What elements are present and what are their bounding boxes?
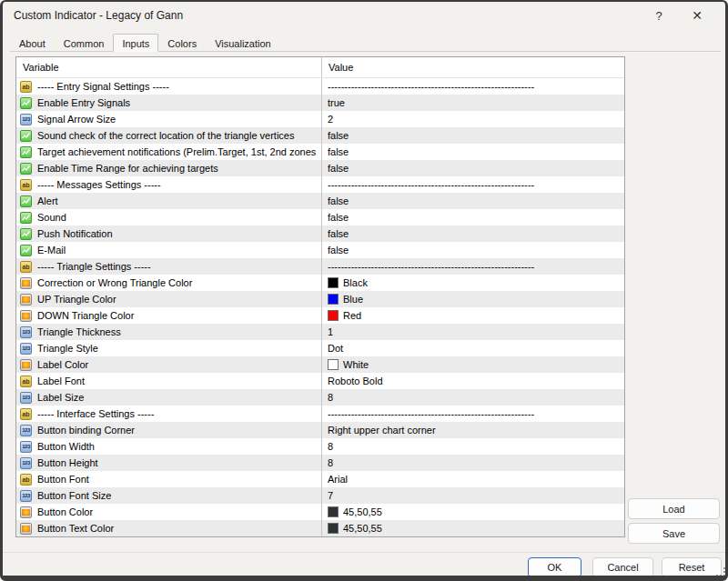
variable-label: Enable Entry Signals <box>37 97 130 108</box>
value-cell[interactable]: 8 <box>322 389 624 406</box>
variable-cell: Push Notification <box>16 225 322 242</box>
value-cell[interactable]: false <box>322 225 624 242</box>
bool-icon <box>20 97 32 109</box>
value-cell[interactable]: 7 <box>322 487 624 504</box>
value-cell[interactable]: 8 <box>322 455 624 471</box>
value-cell[interactable]: false <box>322 209 624 225</box>
variable-cell: Label Color <box>16 356 322 373</box>
value-cell[interactable]: false <box>322 242 624 258</box>
table-row[interactable]: Button Text Color45,50,55 <box>16 520 624 536</box>
variable-label: UP Triangle Color <box>37 294 116 305</box>
value-cell[interactable]: 1 <box>322 324 624 340</box>
tab-inputs[interactable]: Inputs <box>113 34 158 52</box>
table-row[interactable]: 123Triangle Thickness1 <box>16 324 624 340</box>
value-cell[interactable]: 2 <box>322 111 624 127</box>
table-row[interactable]: 123Label Size8 <box>16 389 624 406</box>
value-cell[interactable]: Arial <box>322 471 624 487</box>
table-row[interactable]: abLabel FontRoboto Bold <box>16 373 624 389</box>
variable-cell: E-Mail <box>16 242 322 258</box>
table-row[interactable]: Sound check of the correct location of t… <box>16 127 624 144</box>
value-cell[interactable]: ----------------------------------------… <box>322 78 624 95</box>
variable-label: Button Height <box>37 457 98 468</box>
ok-button[interactable]: OK <box>528 557 581 577</box>
value-cell[interactable]: false <box>322 127 624 144</box>
load-button[interactable]: Load <box>628 498 720 519</box>
ab-icon: ab <box>20 179 32 191</box>
table-row[interactable]: 123Button Font Size7 <box>16 487 624 504</box>
table-row[interactable]: Correction or Wrong Triangle ColorBlack <box>16 275 624 291</box>
value-cell[interactable]: ----------------------------------------… <box>322 176 624 193</box>
value-cell[interactable]: Black <box>322 275 624 291</box>
table-row[interactable]: E-Mailfalse <box>16 242 624 258</box>
value-cell[interactable]: 8 <box>322 438 624 455</box>
close-button[interactable]: ✕ <box>680 4 714 27</box>
table-row[interactable]: Target achievement notifications (Prelim… <box>16 144 624 160</box>
table-row[interactable]: ab----- Messages Settings --------------… <box>16 176 624 193</box>
table-row[interactable]: 123Triangle StyleDot <box>16 340 624 356</box>
tab-about[interactable]: About <box>10 35 55 51</box>
table-row[interactable]: ab----- Interface Settings -------------… <box>16 406 624 422</box>
variable-cell: Enable Time Range for achieving targets <box>16 160 322 176</box>
value-cell[interactable]: true <box>322 95 624 111</box>
value-cell[interactable]: Roboto Bold <box>322 373 624 389</box>
variable-label: Button Width <box>37 441 95 452</box>
value-cell[interactable]: Right upper chart corner <box>322 422 624 438</box>
table-row[interactable]: 123Button Height8 <box>16 455 624 471</box>
bool-icon <box>20 146 32 158</box>
ab-icon: ab <box>20 81 32 93</box>
tab-colors[interactable]: Colors <box>158 35 206 51</box>
table-row[interactable]: ab----- Triangle Settings --------------… <box>16 258 624 275</box>
table-row[interactable]: 123Signal Arrow Size2 <box>16 111 624 127</box>
variable-cell: abLabel Font <box>16 373 322 389</box>
variable-label: ----- Messages Settings ----- <box>37 179 161 190</box>
tab-visualization[interactable]: Visualization <box>206 35 280 51</box>
value-cell[interactable]: Blue <box>322 291 624 307</box>
table-row[interactable]: Push Notificationfalse <box>16 225 624 242</box>
table-row[interactable]: 123Button binding CornerRight upper char… <box>16 422 624 438</box>
color-icon <box>20 310 32 322</box>
color-swatch <box>328 523 339 534</box>
value-cell[interactable]: ----------------------------------------… <box>322 406 624 422</box>
value-text: Arial <box>328 474 348 485</box>
tab-common[interactable]: Common <box>55 35 114 51</box>
value-cell[interactable]: false <box>322 193 624 209</box>
footer-divider <box>3 552 725 553</box>
bool-icon <box>20 195 32 207</box>
value-cell[interactable]: White <box>322 356 624 373</box>
cancel-button[interactable]: Cancel <box>592 557 653 577</box>
value-text: false <box>328 212 349 223</box>
value-cell[interactable]: 45,50,55 <box>322 520 624 536</box>
table-row[interactable]: Button Color45,50,55 <box>16 504 624 520</box>
table-row[interactable]: Label ColorWhite <box>16 356 624 373</box>
reset-button[interactable]: Reset <box>662 557 722 577</box>
variable-label: Signal Arrow Size <box>37 114 116 125</box>
value-cell[interactable]: Dot <box>322 340 624 356</box>
table-row[interactable]: Enable Time Range for achieving targetsf… <box>16 160 624 176</box>
table-row[interactable]: UP Triangle ColorBlue <box>16 291 624 307</box>
variable-cell: UP Triangle Color <box>16 291 322 307</box>
value-cell[interactable]: ----------------------------------------… <box>322 258 624 275</box>
table-row[interactable]: ab----- Entry Signal Settings ----------… <box>16 78 624 95</box>
value-cell[interactable]: 45,50,55 <box>322 504 624 520</box>
value-text: 7 <box>328 490 333 501</box>
variable-cell: Sound <box>16 209 322 225</box>
value-text: ----------------------------------------… <box>328 81 534 92</box>
table-row[interactable]: 123Button Width8 <box>16 438 624 455</box>
table-row[interactable]: DOWN Triangle ColorRed <box>16 307 624 324</box>
table-row[interactable]: abButton FontArial <box>16 471 624 487</box>
color-swatch <box>328 294 339 305</box>
save-button[interactable]: Save <box>628 523 720 544</box>
resize-grip[interactable] <box>716 567 725 576</box>
value-cell[interactable]: false <box>322 144 624 160</box>
help-button[interactable]: ? <box>642 4 676 27</box>
title-bar[interactable]: Custom Indicator - Legacy of Gann ? ✕ <box>3 2 725 29</box>
number-icon: 123 <box>20 425 32 436</box>
ab-icon: ab <box>20 474 32 486</box>
table-row[interactable]: Enable Entry Signalstrue <box>16 95 624 111</box>
value-cell[interactable]: false <box>322 160 624 176</box>
value-cell[interactable]: Red <box>322 307 624 324</box>
variable-cell: 123Button binding Corner <box>16 422 322 438</box>
table-row[interactable]: Soundfalse <box>16 209 624 225</box>
table-row[interactable]: Alertfalse <box>16 193 624 209</box>
color-icon <box>20 506 32 518</box>
